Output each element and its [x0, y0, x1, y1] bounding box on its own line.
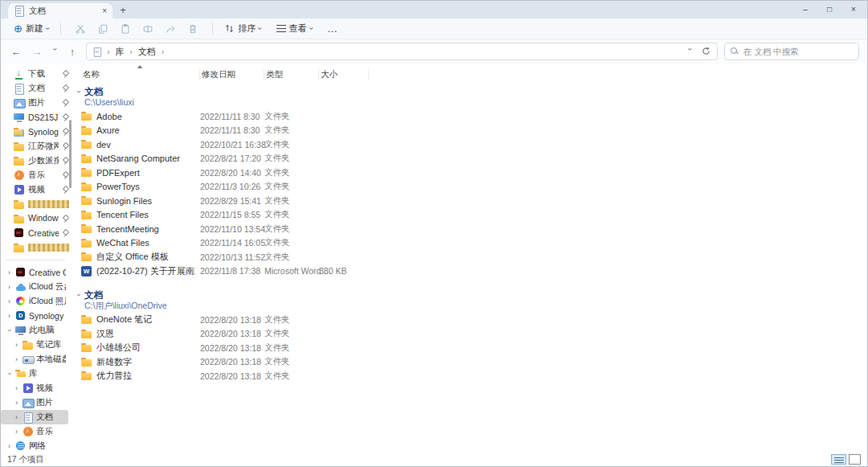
file-row[interactable]: Tencent Files2022/11/15 8:55文件夹 [72, 208, 867, 223]
sidebar-tree-item[interactable]: ›视频 [1, 381, 68, 395]
document-icon [14, 84, 25, 94]
breadcrumb-documents[interactable]: 文档 [137, 46, 158, 58]
file-row[interactable]: 汉恩2022/8/20 13:18文件夹 [72, 327, 867, 342]
sidebar-item-redacted[interactable] [1, 197, 72, 211]
file-row[interactable]: (2022-10-27) 关于开展南京市2023年…2022/11/8 17:3… [72, 264, 867, 279]
new-button[interactable]: ⊕ 新建 › [10, 23, 52, 35]
chevron-collapsed-icon[interactable]: › [6, 268, 13, 277]
new-tab-button[interactable]: + [113, 2, 133, 18]
chevron-collapsed-icon[interactable]: › [13, 428, 20, 436]
chevron-collapsed-icon[interactable]: › [13, 341, 20, 349]
chevron-collapsed-icon[interactable]: › [13, 384, 20, 392]
search-box[interactable] [724, 43, 859, 60]
sidebar-tree-item[interactable]: ›库 [1, 367, 68, 381]
minimize-button[interactable]: – [793, 1, 817, 18]
tab-close-icon[interactable]: × [102, 6, 107, 15]
back-button[interactable]: ← [9, 46, 23, 58]
file-row[interactable]: WeChat Files2022/11/14 16:05文件夹 [72, 236, 867, 251]
file-row[interactable]: Axure2022/11/11 8:30文件夹 [72, 124, 867, 138]
sidebar-tree-item[interactable]: ›笔记库 [1, 338, 68, 352]
sidebar-tree-item[interactable]: ›本地磁盘 (C:) [1, 352, 68, 367]
close-button[interactable]: × [841, 1, 866, 18]
recent-locations-button[interactable]: › [51, 47, 59, 55]
file-row[interactable]: Sunlogin Files2022/8/29 15:41文件夹 [72, 194, 867, 208]
sidebar-item[interactable]: 下载 [1, 67, 72, 81]
tab-documents[interactable]: 文档 × [8, 3, 113, 18]
chevron-collapsed-icon[interactable]: › [13, 355, 20, 363]
maximize-button[interactable]: □ [817, 1, 841, 18]
share-icon[interactable] [159, 22, 182, 36]
file-row[interactable]: 新雄数字2022/8/20 13:18文件夹 [72, 355, 867, 370]
creative-cloud-icon [14, 228, 25, 239]
chevron-collapsed-icon[interactable]: › [6, 297, 13, 305]
address-dropdown-icon[interactable]: › [686, 47, 694, 55]
sidebar-item[interactable]: 文档 [1, 81, 72, 96]
sidebar-item[interactable]: 少数派撰稿 [1, 154, 72, 168]
file-row[interactable]: NetSarang Computer2022/8/21 17:20文件夹 [72, 152, 867, 166]
sidebar-item[interactable]: 江苏微网 [1, 139, 72, 154]
view-button[interactable]: 查看 › [273, 23, 316, 35]
search-input[interactable] [743, 47, 840, 56]
refresh-icon[interactable] [702, 44, 710, 59]
paste-icon[interactable] [114, 22, 137, 36]
sidebar-tree-item[interactable]: ›iCloud 云盘 [1, 280, 68, 294]
breadcrumb-libraries[interactable]: 库 [113, 46, 125, 58]
sidebar-item[interactable]: DS215J [1, 110, 72, 125]
chevron-expanded-icon[interactable]: › [75, 88, 83, 96]
forward-button[interactable]: → [30, 46, 44, 58]
sidebar-item-label: Creative Cloud [29, 268, 66, 277]
sort-button[interactable]: 排序 › [221, 23, 264, 35]
chevron-expanded-icon[interactable]: › [75, 292, 83, 299]
address-bar[interactable]: › 库 › 文档 › › [86, 43, 718, 60]
sidebar-tree-item[interactable]: ›网络 [1, 439, 68, 453]
sidebar-tree-item[interactable]: ›Creative Cloud [1, 265, 68, 280]
file-row[interactable]: TencentMeeting2022/11/10 13:54文件夹 [72, 222, 867, 236]
file-row[interactable]: OneNote 笔记2022/8/20 13:18文件夹 [72, 313, 867, 327]
folder-icon [81, 125, 92, 136]
chevron-collapsed-icon[interactable]: › [6, 312, 13, 320]
file-row[interactable]: 自定义 Office 模板2022/10/13 11:52文件夹 [72, 250, 867, 264]
file-row[interactable]: Adobe2022/11/11 8:30文件夹 [72, 109, 867, 124]
file-row[interactable]: PDFExpert2022/8/20 14:40文件夹 [72, 166, 867, 180]
sidebar-tree-item[interactable]: ›iCloud 照片 [1, 294, 68, 309]
group-header[interactable]: ›文档 [72, 289, 867, 301]
sidebar-item-redacted[interactable] [1, 240, 72, 255]
copy-icon[interactable] [92, 22, 114, 36]
chevron-collapsed-icon[interactable]: › [13, 399, 20, 407]
chevron-expanded-icon[interactable]: › [6, 327, 14, 334]
sidebar-item[interactable]: 视频 [1, 182, 72, 197]
group-header[interactable]: ›文档 [72, 86, 867, 97]
file-date: 2022/8/20 13:18 [200, 357, 264, 367]
large-icons-view-toggle[interactable] [849, 454, 861, 465]
sidebar-tree-item[interactable]: ›Synology Drive [1, 309, 68, 323]
up-button[interactable]: ↑ [65, 46, 80, 58]
file-row[interactable]: 优力普拉2022/8/20 13:18文件夹 [72, 369, 867, 383]
sidebar-tree-item[interactable]: ›图片 [1, 395, 68, 410]
sidebar-tree-item[interactable]: ›此电脑 [1, 323, 68, 338]
sidebar-tree-item[interactable]: ›文档 [1, 410, 68, 424]
sidebar-item[interactable]: 音乐 [1, 168, 72, 182]
sidebar-tree-item[interactable]: ›音乐 [1, 424, 68, 439]
details-view-toggle[interactable] [831, 454, 846, 465]
file-row[interactable]: dev2022/10/21 16:38文件夹 [72, 137, 867, 152]
chevron-expanded-icon[interactable]: › [6, 371, 14, 378]
cut-icon[interactable] [69, 22, 92, 36]
rename-icon[interactable] [137, 22, 159, 36]
file-row[interactable]: PowerToys2022/11/3 10:26文件夹 [72, 180, 867, 195]
more-options-button[interactable]: … [324, 23, 342, 35]
column-header-name[interactable]: 名称 [81, 68, 200, 80]
chevron-collapsed-icon[interactable]: › [6, 283, 13, 291]
file-row[interactable]: 小雄雄公司2022/8/20 13:18文件夹 [72, 341, 867, 355]
chevron-collapsed-icon[interactable]: › [6, 442, 13, 450]
column-headers: 名称 修改日期 类型 大小 [72, 67, 867, 81]
sidebar-item[interactable]: Windows 11 壁 [1, 211, 72, 226]
delete-icon[interactable] [182, 22, 204, 36]
chevron-collapsed-icon[interactable]: › [13, 413, 20, 421]
sidebar-item[interactable]: SynologyDr [1, 125, 72, 139]
sidebar-item[interactable]: 图片 [1, 96, 72, 110]
file-list: ›文档C:\Users\liuxiAdobe2022/11/11 8:30文件夹… [72, 86, 867, 383]
sidebar-item[interactable]: Creative Cloud [1, 226, 72, 240]
column-header-date[interactable]: 修改日期 [200, 68, 264, 80]
column-header-size[interactable]: 大小 [319, 68, 369, 80]
column-header-type[interactable]: 类型 [264, 68, 319, 80]
